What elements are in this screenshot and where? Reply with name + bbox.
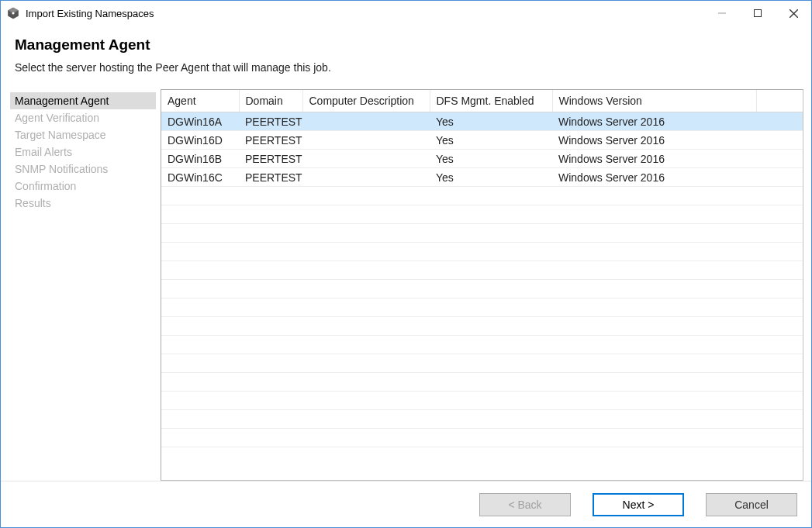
close-button[interactable] xyxy=(776,1,811,26)
minimize-button[interactable] xyxy=(704,1,740,26)
wizard-step[interactable]: Email Alerts xyxy=(10,143,156,160)
table-row-empty xyxy=(161,205,803,224)
cell-desc xyxy=(302,168,430,187)
app-icon xyxy=(7,7,19,19)
cell-agent: DGWin16B xyxy=(161,150,239,168)
svg-rect-4 xyxy=(755,10,762,17)
cell-pad xyxy=(756,150,803,168)
window-controls xyxy=(704,1,811,26)
cell-agent: DGWin16A xyxy=(161,112,239,131)
cell-domain: PEERTEST xyxy=(239,150,302,168)
table-row[interactable]: DGWin16APEERTESTYesWindows Server 2016 xyxy=(161,112,803,131)
cell-domain: PEERTEST xyxy=(239,168,302,187)
cell-pad xyxy=(756,168,803,187)
col-header-pad xyxy=(756,90,803,112)
table-row[interactable]: DGWin16BPEERTESTYesWindows Server 2016 xyxy=(161,150,803,168)
table-row-empty xyxy=(161,336,803,354)
header: Management Agent Select the server hosti… xyxy=(1,26,811,80)
main-pane: Agent Domain Computer Description DFS Mg… xyxy=(161,89,803,481)
cell-dfs: Yes xyxy=(430,112,552,131)
table-row-empty xyxy=(161,373,803,392)
cell-domain: PEERTEST xyxy=(239,112,302,131)
table-row-empty xyxy=(161,261,803,280)
maximize-button[interactable] xyxy=(740,1,776,26)
table-row-empty xyxy=(161,392,803,410)
wizard-step[interactable]: Confirmation xyxy=(10,178,156,195)
table-row-empty xyxy=(161,224,803,243)
cell-desc xyxy=(302,131,430,150)
cell-winver: Windows Server 2016 xyxy=(552,168,756,187)
cancel-button[interactable]: Cancel xyxy=(706,493,797,516)
cell-winver: Windows Server 2016 xyxy=(552,112,756,131)
col-header-agent[interactable]: Agent xyxy=(161,90,239,112)
table-row-empty xyxy=(161,354,803,373)
wizard-step[interactable]: Management Agent xyxy=(10,92,156,109)
col-header-winver[interactable]: Windows Version xyxy=(552,90,756,112)
cell-domain: PEERTEST xyxy=(239,131,302,150)
dialog-window: Import Existing Namespaces Management Ag… xyxy=(0,0,812,528)
page-subtitle: Select the server hosting the Peer Agent… xyxy=(15,61,797,74)
cell-pad xyxy=(756,131,803,150)
wizard-step[interactable]: Agent Verification xyxy=(10,109,156,126)
cell-agent: DGWin16D xyxy=(161,131,239,150)
cell-dfs: Yes xyxy=(430,168,552,187)
cell-desc xyxy=(302,150,430,168)
cell-agent: DGWin16C xyxy=(161,168,239,187)
svg-point-2 xyxy=(12,12,14,14)
table-row[interactable]: DGWin16CPEERTESTYesWindows Server 2016 xyxy=(161,168,803,187)
table-row-empty xyxy=(161,410,803,429)
table-header-row: Agent Domain Computer Description DFS Mg… xyxy=(161,90,803,112)
cell-dfs: Yes xyxy=(430,150,552,168)
wizard-step[interactable]: Results xyxy=(10,195,156,212)
cell-winver: Windows Server 2016 xyxy=(552,131,756,150)
window-title: Import Existing Namespaces xyxy=(26,8,154,19)
cell-pad xyxy=(756,112,803,131)
table-row-empty xyxy=(161,187,803,205)
agent-table: Agent Domain Computer Description DFS Mg… xyxy=(161,90,803,447)
col-header-dfs[interactable]: DFS Mgmt. Enabled xyxy=(430,90,552,112)
table-row-empty xyxy=(161,280,803,299)
titlebar: Import Existing Namespaces xyxy=(1,1,811,26)
table-row-empty xyxy=(161,429,803,447)
cell-desc xyxy=(302,112,430,131)
next-button[interactable]: Next > xyxy=(593,493,684,516)
wizard-step[interactable]: Target Namespace xyxy=(10,126,156,143)
cell-dfs: Yes xyxy=(430,131,552,150)
back-button: < Back xyxy=(479,493,571,516)
agent-table-wrap[interactable]: Agent Domain Computer Description DFS Mg… xyxy=(161,90,803,480)
page-title: Management Agent xyxy=(15,36,797,53)
wizard-steps: Management AgentAgent VerificationTarget… xyxy=(1,89,156,481)
body: Management AgentAgent VerificationTarget… xyxy=(1,80,811,481)
table-row-empty xyxy=(161,243,803,261)
table-row[interactable]: DGWin16DPEERTESTYesWindows Server 2016 xyxy=(161,131,803,150)
table-row-empty xyxy=(161,317,803,336)
col-header-desc[interactable]: Computer Description xyxy=(302,90,430,112)
col-header-domain[interactable]: Domain xyxy=(239,90,302,112)
table-row-empty xyxy=(161,299,803,317)
footer: < Back Next > Cancel xyxy=(1,481,811,527)
wizard-step[interactable]: SNMP Notifications xyxy=(10,160,156,178)
cell-winver: Windows Server 2016 xyxy=(552,150,756,168)
